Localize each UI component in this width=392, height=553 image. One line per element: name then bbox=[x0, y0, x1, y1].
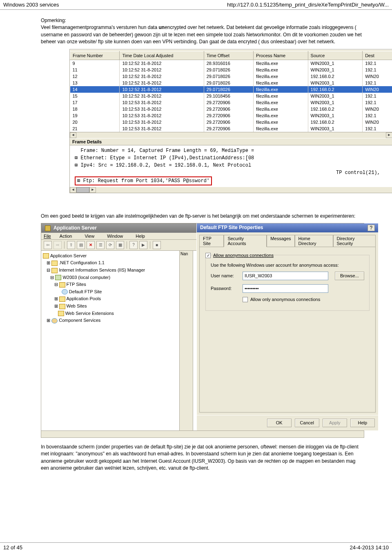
play-button[interactable]: ▶ bbox=[139, 241, 147, 249]
table-row[interactable]: 910:12:52 31-8-201228.9316016filezilla.e… bbox=[70, 60, 392, 67]
menu-file[interactable]: File bbox=[44, 234, 51, 239]
table-cell: 11 bbox=[70, 67, 120, 73]
tree-net-config[interactable]: ⊞ .NET Configuration 1.1 bbox=[43, 259, 178, 267]
allow-anon-checkbox[interactable]: ✓ Allow anonymous connections bbox=[205, 253, 274, 258]
scroll-left-icon[interactable]: ◄ bbox=[70, 132, 76, 138]
col-source[interactable]: Source bbox=[308, 51, 363, 60]
help-button[interactable]: ? bbox=[129, 241, 138, 249]
menu-window[interactable]: Window bbox=[107, 234, 129, 239]
intro-label: Opmerking: bbox=[41, 18, 66, 23]
table-cell: WIN2003_1 bbox=[308, 67, 363, 73]
header-divider bbox=[0, 9, 392, 10]
tab-home-directory[interactable]: Home Directory bbox=[295, 235, 333, 247]
col-dest[interactable]: Dest bbox=[363, 51, 392, 60]
table-cell: filezilla.exe bbox=[254, 125, 308, 132]
window-icon bbox=[45, 225, 51, 231]
table-cell: 192.168.0.2 bbox=[308, 106, 363, 112]
tree-ftp-sites[interactable]: ⊟ FTP Sites bbox=[43, 281, 178, 288]
tab-security-accounts[interactable]: Security Accounts bbox=[224, 235, 267, 247]
forward-button[interactable]: ⇨ bbox=[53, 241, 62, 249]
table-cell: 10:12:53 31-8-2012 bbox=[120, 106, 204, 112]
allow-only-anon-checkbox[interactable]: Allow only anonymous connections bbox=[243, 297, 320, 302]
table-cell: 29.2720906 bbox=[204, 112, 253, 119]
tree-app-pools[interactable]: ⊞ Application Pools bbox=[43, 295, 178, 303]
tree-iis[interactable]: ⊟ Internet Information Services (IIS) Ma… bbox=[43, 267, 178, 274]
table-cell: filezilla.exe bbox=[254, 93, 308, 99]
browse-button[interactable]: Browse... bbox=[335, 272, 364, 280]
stop-button[interactable]: ■ bbox=[153, 241, 161, 249]
doc-url: http://127.0.0.1:51235/temp_print_dirs/e… bbox=[227, 2, 389, 8]
table-cell: 17 bbox=[70, 99, 120, 106]
up-button[interactable]: ⇧ bbox=[67, 241, 75, 249]
refresh-button[interactable]: ⟳ bbox=[106, 241, 114, 249]
scroll-right-icon[interactable]: ► bbox=[89, 187, 96, 193]
table-row[interactable]: 1410:12:52 31-8-201229.0718026filezilla.… bbox=[70, 86, 392, 93]
table-row[interactable]: 2110:12:53 31-8-201229.2720906filezilla.… bbox=[70, 125, 392, 132]
tree-w2003[interactable]: ⊟ W2003 (local computer) bbox=[43, 274, 178, 281]
list-name-column: Nan bbox=[180, 251, 193, 430]
table-cell: 14 bbox=[70, 86, 120, 93]
netmon-hscroll[interactable]: ◄ ► bbox=[70, 132, 392, 138]
tree-default-ftp[interactable]: Default FTP Site bbox=[43, 288, 178, 296]
col-frame-number[interactable]: Frame Number bbox=[70, 51, 120, 60]
intro-paragraph: Opmerking: Veel filemanagementprogramma'… bbox=[41, 17, 363, 46]
table-cell: 29.2720906 bbox=[204, 125, 253, 132]
netmon-bottom-hscroll[interactable]: ◄ ► bbox=[70, 187, 392, 193]
table-row[interactable]: 1110:12:52 31-8-201229.0718026filezilla.… bbox=[70, 67, 392, 73]
detail-ethernet[interactable]: ⊞ Ethernet: Etype = Internet IP (IPv4),D… bbox=[75, 154, 392, 162]
tab-directory-security[interactable]: Directory Security bbox=[333, 235, 376, 247]
back-button[interactable]: ⇦ bbox=[44, 241, 52, 249]
col-time-date[interactable]: Time Date Local Adjusted bbox=[120, 51, 204, 60]
intro-pre: Veel filemanagementprogramma's versturen… bbox=[41, 25, 158, 30]
dialog-help-button[interactable]: ? bbox=[368, 225, 375, 231]
scroll-thumb[interactable] bbox=[76, 187, 89, 193]
table-cell: WIN20 bbox=[363, 73, 392, 80]
tree-component-svc[interactable]: ⊞ Component Services bbox=[43, 317, 178, 324]
table-cell: 10:12:52 31-8-2012 bbox=[120, 86, 204, 93]
table-row[interactable]: 1310:12:52 31-8-201229.0718026filezilla.… bbox=[70, 80, 392, 86]
col-process-name[interactable]: Process Name bbox=[254, 51, 308, 60]
table-row[interactable]: 1810:12:53 31-8-201229.2720906filezilla.… bbox=[70, 106, 392, 112]
table-cell: filezilla.exe bbox=[254, 106, 308, 112]
cancel-button[interactable]: Cancel bbox=[295, 419, 319, 427]
help-button[interactable]: Help bbox=[350, 419, 375, 427]
ok-button[interactable]: OK bbox=[267, 419, 292, 427]
tree-web-sites[interactable]: ⊞ Web Sites bbox=[43, 303, 178, 310]
table-cell: 192.1 bbox=[363, 99, 392, 106]
appserver-screenshot: Application Server File Action View Wind… bbox=[41, 223, 364, 438]
table-row[interactable]: 1910:12:53 31-8-201229.2720906filezilla.… bbox=[70, 112, 392, 119]
detail-ipv4[interactable]: ⊞ Ipv4: Src = 192.168.0.2, Dest = 192.16… bbox=[75, 162, 392, 169]
tree-root[interactable]: Application Server bbox=[43, 252, 178, 260]
tree-panel[interactable]: Application Server ⊞ .NET Configuration … bbox=[41, 251, 180, 430]
menu-view[interactable]: View bbox=[85, 234, 100, 239]
delete-button[interactable]: ✕ bbox=[87, 241, 95, 249]
password-input[interactable] bbox=[243, 284, 328, 293]
apply-button[interactable]: Apply bbox=[323, 419, 347, 427]
tree-web-svc-ext[interactable]: Web Service Extensions bbox=[43, 310, 178, 317]
table-row[interactable]: 2010:12:53 31-8-201229.2720906filezilla.… bbox=[70, 119, 392, 125]
table-cell: 29.0718026 bbox=[204, 80, 253, 86]
table-cell: WIN2003_1 bbox=[308, 112, 363, 119]
table-cell: 192.1 bbox=[363, 93, 392, 99]
properties-button[interactable]: ☰ bbox=[96, 241, 105, 249]
col-time-offset[interactable]: Time Offset bbox=[204, 51, 253, 60]
table-cell: 29.0718026 bbox=[204, 67, 253, 73]
tab-ftp-site[interactable]: FTP Site bbox=[199, 235, 224, 247]
ftp-password-highlight: ⊞ Ftp: Request from Port 1034,'PASS P@ss… bbox=[75, 176, 212, 185]
netmon-screenshot: Frame Number Time Date Local Adjusted Ti… bbox=[69, 49, 392, 193]
menu-action[interactable]: Action bbox=[60, 234, 78, 239]
tab-messages[interactable]: Messages bbox=[267, 235, 294, 247]
mid-paragraph: Om een goed beeld te krijgen van alle in… bbox=[41, 213, 363, 220]
table-row[interactable]: 1710:12:53 31-8-201229.2720906filezilla.… bbox=[70, 99, 392, 106]
scroll-right-icon[interactable]: ► bbox=[386, 132, 392, 138]
table-cell: 192.168.0.2 bbox=[308, 73, 363, 80]
show-hide-button[interactable]: ▤ bbox=[77, 241, 85, 249]
table-row[interactable]: 1510:12:52 31-8-201229.1018456filezilla.… bbox=[70, 93, 392, 99]
menu-help[interactable]: Help bbox=[136, 234, 151, 239]
export-button[interactable]: ▦ bbox=[116, 241, 124, 249]
detail-ftp[interactable]: ⊞ Ftp: Request from Port 1034,'PASS P@ss… bbox=[75, 176, 392, 185]
username-input[interactable] bbox=[243, 272, 328, 280]
table-row[interactable]: 1210:12:52 31-8-201229.0718026filezilla.… bbox=[70, 73, 392, 80]
table-cell: filezilla.exe bbox=[254, 112, 308, 119]
scroll-left-icon[interactable]: ◄ bbox=[70, 187, 76, 193]
